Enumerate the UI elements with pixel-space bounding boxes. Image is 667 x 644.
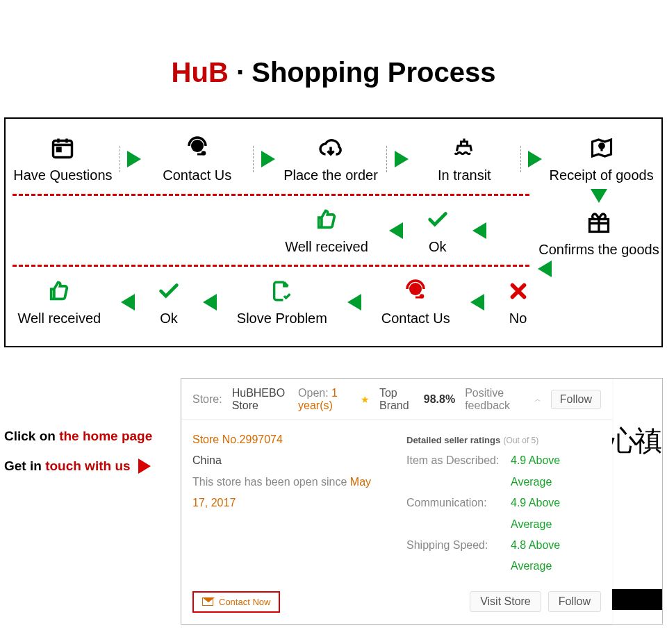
follow-button-2[interactable]: Follow (548, 591, 601, 612)
arrow-down-icon (591, 189, 607, 203)
rating-key: Item as Described: (406, 450, 511, 493)
arrow-right-icon (261, 151, 275, 167)
calendar-icon (49, 134, 76, 162)
thumbs-up-icon (313, 206, 340, 233)
step-label: Confirms the goods (538, 242, 659, 258)
flow-left-block: Well received Ok (6, 184, 536, 276)
step-confirms-goods: Confirms the goods (538, 208, 659, 258)
visit-store-button[interactable]: Visit Store (470, 591, 541, 612)
tip-text: Click on (4, 429, 59, 443)
calligraphy-decor: 心禛 (609, 422, 659, 460)
step-in-transit: In transit (415, 134, 513, 183)
tip-line-2: Get in touch with us (4, 456, 164, 477)
step-no: No (504, 277, 532, 327)
rating-key: Communication: (406, 493, 511, 535)
step-well-received: Well received (285, 206, 368, 255)
tips-text: Click on the home page Get in touch with… (4, 378, 164, 625)
step-have-questions: Have Questions (13, 134, 112, 183)
arrow-right-icon (395, 151, 409, 167)
follow-button[interactable]: Follow (551, 390, 601, 409)
cross-icon (504, 277, 532, 305)
step-ok-2: Ok (155, 277, 183, 327)
open-duration: Open: 1 year(s) (298, 387, 351, 412)
svg-point-4 (599, 144, 604, 149)
step-label: Contact Us (163, 167, 231, 183)
svg-point-6 (409, 283, 422, 295)
top-brand-badge: Top Brand (379, 387, 414, 412)
arrow-right-icon (138, 459, 151, 474)
title-rest: Shopping Process (252, 57, 495, 88)
arrow-left-icon (538, 261, 552, 277)
flow-mid-wrap: Well received Ok Confirms the goods (6, 183, 661, 277)
step-label: Place the order (283, 167, 378, 183)
store-header: Store: HuBHEBO Store Open: 1 year(s) ★ T… (181, 379, 612, 420)
vertical-sep (120, 146, 120, 172)
ratings-title: Detailed seller ratings (406, 435, 500, 445)
store-country: China (192, 450, 387, 471)
step-label: Ok (429, 239, 447, 255)
store-card: Store: HuBHEBO Store Open: 1 year(s) ★ T… (181, 379, 612, 624)
contact-now-label: Contact Now (219, 597, 270, 607)
thumbs-up-icon (45, 277, 73, 305)
check-icon (424, 206, 452, 233)
step-label: Have Questions (13, 167, 112, 183)
flow-row-2: Well received Ok (6, 206, 536, 255)
step-contact-us-2: Contact Us (381, 277, 450, 327)
tip-text-red: touch with us (45, 459, 130, 473)
tip-text: Get in (4, 459, 45, 473)
feedback-percent: 98.8% (424, 393, 455, 406)
step-label: Ok (160, 311, 178, 327)
flow-right-col: Confirms the goods (536, 183, 661, 277)
store-info-left: Store No.2997074 China This store has be… (192, 429, 387, 577)
svg-rect-0 (53, 141, 72, 158)
step-label: Contact Us (381, 311, 450, 327)
tip-line-1: Click on the home page (4, 427, 164, 447)
step-label: In transit (438, 167, 491, 183)
store-ratings: Detailed seller ratings (Out of 5) Item … (406, 429, 601, 577)
ratings-sub: (Out of 5) (504, 436, 539, 445)
rating-key: Shipping Speed: (406, 535, 511, 577)
check-icon (155, 277, 183, 305)
store-footer: Contact Now Visit Store Follow (181, 584, 612, 624)
step-label: No (509, 311, 527, 327)
step-label: Well received (285, 239, 368, 255)
store-name[interactable]: HuBHEBO Store (232, 387, 288, 412)
rating-value: 4.9 Above Average (511, 493, 601, 535)
flow-diagram: Have Questions Contact Us Place the orde… (4, 117, 663, 347)
dashed-divider (13, 265, 529, 267)
store-number: Store No.2997074 (192, 429, 387, 450)
store-panel: 心禛 Store: HuBHEBO Store Open: 1 year(s) … (181, 378, 663, 625)
store-body: Store No.2997074 China This store has be… (181, 420, 612, 584)
file-check-icon (268, 277, 296, 305)
star-icon: ★ (361, 394, 370, 405)
arrow-left-icon (470, 294, 484, 311)
tip-text-red: the home page (59, 429, 152, 443)
arrow-left-icon (472, 222, 486, 239)
vertical-sep (386, 146, 387, 172)
bottom-section: Click on the home page Get in touch with… (0, 378, 667, 625)
store-label: Store: (192, 393, 222, 406)
flow-row-3: Well received Ok Slove Problem Contact U… (6, 277, 661, 327)
chevron-up-icon[interactable]: ︿ (534, 395, 541, 404)
step-label: Well received (17, 311, 101, 327)
rating-row: Shipping Speed:4.8 Above Average (406, 535, 601, 577)
step-contact-us: Contact Us (149, 134, 246, 183)
contact-now-button[interactable]: Contact Now (192, 591, 280, 613)
brand-text: HuB (172, 57, 229, 88)
title-sep: · (236, 57, 244, 88)
rating-row: Communication:4.9 Above Average (406, 493, 601, 535)
ship-icon (450, 134, 478, 162)
svg-point-2 (191, 140, 204, 152)
arrow-right-icon (528, 151, 542, 167)
ratings-title-row: Detailed seller ratings (Out of 5) (406, 429, 601, 450)
svg-rect-1 (58, 148, 61, 151)
store-since: This store has been open since May 17, 2… (192, 472, 387, 514)
rating-row: Item as Described:4.9 Above Average (406, 450, 601, 493)
vertical-sep (520, 146, 521, 172)
headset-icon (402, 277, 429, 305)
step-well-received-2: Well received (17, 277, 101, 327)
download-cloud-icon (317, 134, 345, 162)
step-place-order: Place the order (282, 134, 379, 183)
arrow-left-icon (203, 294, 217, 311)
arrow-left-icon (389, 222, 403, 239)
